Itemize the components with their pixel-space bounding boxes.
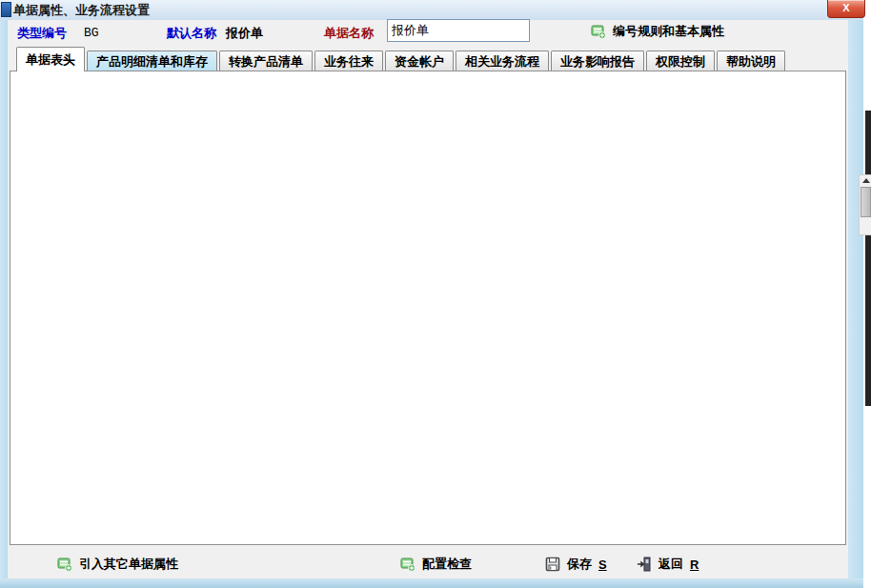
return-label: 返回 (658, 556, 683, 573)
default-name-value: 报价单 (226, 25, 263, 42)
save-label: 保存 (567, 556, 592, 573)
green-import-icon (57, 557, 72, 572)
config-check-button[interactable]: 配置检查 (400, 556, 472, 573)
tab-help[interactable]: 帮助说明 (717, 51, 785, 71)
window-title: 单据属性、业务流程设置 (13, 2, 150, 19)
window-border-bottom (0, 578, 863, 588)
doc-name-label: 单据名称 (324, 25, 374, 42)
numbering-rules-button[interactable]: 编号规则和基本属性 (591, 23, 724, 40)
type-number-value: BG (84, 26, 99, 40)
save-button[interactable]: 保存 S (545, 556, 607, 573)
default-name-label: 默认名称 (167, 25, 216, 42)
numbering-rules-label: 编号规则和基本属性 (613, 23, 724, 40)
window-border-right (848, 20, 863, 578)
return-exit-icon (637, 557, 652, 572)
tab-convert-product-list[interactable]: 转换产品清单 (219, 51, 313, 71)
doc-name-input[interactable] (387, 19, 530, 42)
tab-doc-header[interactable]: 单据表头 (16, 47, 85, 71)
import-other-doc-props-button[interactable]: 引入其它单据属性 (57, 556, 178, 573)
tab-business-contacts[interactable]: 业务往来 (314, 51, 383, 71)
dialog-window: 单据属性、业务流程设置 X 类型编号 BG 默认名称 报价单 单据名称 编号规则… (0, 0, 871, 588)
window-border-left (0, 20, 8, 588)
green-import-icon (591, 24, 606, 39)
background-scrollbar[interactable] (859, 174, 871, 235)
tab-product-detail-stock[interactable]: 产品明细清单和库存 (87, 51, 217, 71)
tab-impact-report[interactable]: 业务影响报告 (551, 51, 644, 71)
background-window-strip (865, 111, 871, 406)
scroll-up-icon (862, 178, 870, 183)
return-button[interactable]: 返回 R (637, 556, 699, 573)
title-bar: 单据属性、业务流程设置 (0, 0, 863, 21)
green-check-icon (400, 557, 415, 572)
window-icon (1, 2, 11, 17)
tab-fund-accounts[interactable]: 资金帐户 (385, 51, 454, 71)
type-number-label: 类型编号 (17, 25, 67, 42)
save-accesskey: S (598, 558, 607, 572)
tab-permission-control[interactable]: 权限控制 (646, 51, 715, 71)
import-other-doc-props-label: 引入其它单据属性 (79, 556, 178, 573)
return-accesskey: R (690, 558, 699, 572)
tab-related-flows[interactable]: 相关业务流程 (456, 51, 549, 71)
close-button[interactable]: X (827, 0, 865, 18)
config-check-label: 配置检查 (422, 556, 472, 573)
tab-content-panel (10, 71, 846, 545)
tab-strip: 单据表头 产品明细清单和库存 转换产品清单 业务往来 资金帐户 相关业务流程 业… (16, 47, 787, 71)
save-floppy-icon (545, 557, 560, 572)
scroll-thumb[interactable] (861, 187, 871, 217)
